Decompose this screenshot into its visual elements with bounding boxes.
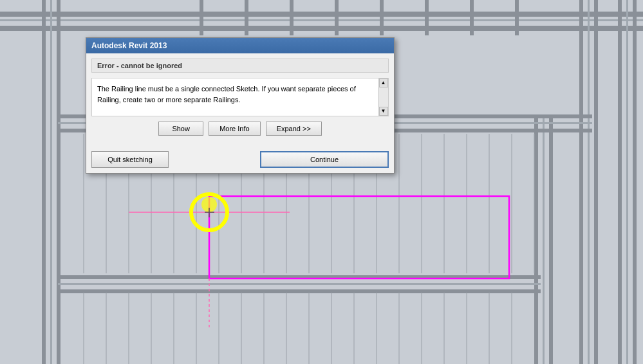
svg-rect-71 bbox=[245, 0, 248, 35]
quit-sketching-button[interactable]: Quit sketching bbox=[91, 151, 169, 168]
svg-rect-77 bbox=[515, 0, 519, 35]
svg-rect-73 bbox=[335, 0, 339, 35]
svg-rect-4 bbox=[42, 0, 46, 364]
dialog-titlebar: Autodesk Revit 2013 bbox=[86, 38, 394, 53]
svg-rect-8 bbox=[543, 116, 545, 364]
show-button[interactable]: Show bbox=[158, 122, 203, 136]
svg-rect-14 bbox=[626, 0, 628, 364]
svg-rect-15 bbox=[633, 0, 637, 364]
info-button-row: Show More Info Expand >> bbox=[91, 122, 389, 136]
scroll-up-arrow[interactable]: ▲ bbox=[379, 78, 388, 87]
expand-button[interactable]: Expand >> bbox=[266, 122, 322, 136]
svg-rect-76 bbox=[470, 0, 474, 35]
svg-rect-74 bbox=[380, 0, 384, 35]
svg-rect-13 bbox=[618, 0, 622, 364]
dialog-title: Autodesk Revit 2013 bbox=[91, 41, 167, 50]
message-text: The Railing line must be a single connec… bbox=[97, 84, 383, 105]
dialog-content: Error - cannot be ignored The Railing li… bbox=[86, 53, 394, 149]
more-info-button[interactable]: More Info bbox=[209, 122, 260, 136]
message-area: The Railing line must be a single connec… bbox=[91, 78, 389, 116]
scroll-down-arrow[interactable]: ▼ bbox=[379, 107, 388, 116]
svg-rect-6 bbox=[57, 0, 61, 364]
svg-rect-12 bbox=[594, 0, 598, 364]
svg-rect-75 bbox=[425, 0, 429, 35]
scrollbar[interactable]: ▲ ▼ bbox=[378, 78, 388, 116]
error-dialog: Autodesk Revit 2013 Error - cannot be ig… bbox=[86, 37, 395, 174]
action-button-row: Quit sketching Continue bbox=[86, 149, 394, 173]
error-banner: Error - cannot be ignored bbox=[91, 59, 389, 73]
svg-rect-72 bbox=[290, 0, 294, 35]
svg-rect-9 bbox=[549, 116, 553, 364]
svg-rect-20 bbox=[58, 283, 541, 285]
svg-rect-3 bbox=[0, 26, 643, 31]
svg-rect-21 bbox=[58, 289, 541, 293]
svg-rect-10 bbox=[579, 0, 583, 364]
svg-rect-7 bbox=[534, 116, 538, 364]
svg-rect-70 bbox=[200, 0, 203, 35]
continue-button[interactable]: Continue bbox=[260, 151, 389, 168]
svg-rect-1 bbox=[0, 12, 643, 17]
svg-rect-2 bbox=[0, 19, 643, 21]
svg-rect-5 bbox=[50, 0, 52, 364]
scrollbar-track[interactable] bbox=[378, 87, 388, 107]
svg-rect-11 bbox=[588, 0, 590, 364]
